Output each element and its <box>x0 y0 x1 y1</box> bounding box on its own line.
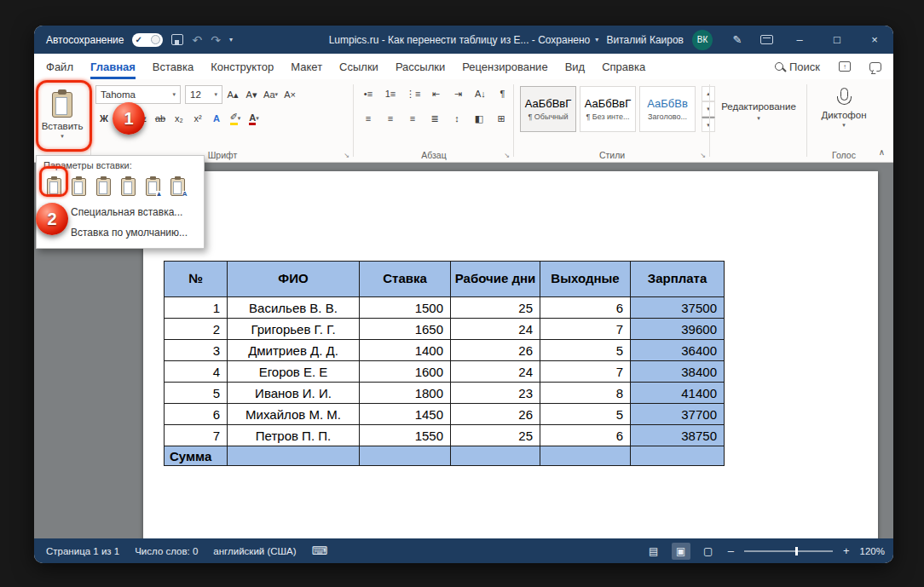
table-cell[interactable]: Петров П. П. <box>228 425 360 446</box>
table-cell[interactable]: Иванов И. И. <box>228 383 360 404</box>
table-cell[interactable]: Васильев В. В. <box>228 297 360 319</box>
page-indicator[interactable]: Страница 1 из 1 <box>46 546 119 556</box>
table-cell[interactable]: 6 <box>540 425 631 446</box>
zoom-level[interactable]: 120% <box>860 546 885 556</box>
minimize-button[interactable]: – <box>781 26 818 54</box>
table-cell[interactable]: 1550 <box>360 425 451 446</box>
table-cell[interactable]: 6 <box>165 404 228 425</box>
table-cell[interactable]: 38400 <box>631 361 725 383</box>
tab-design[interactable]: Конструктор <box>211 54 274 79</box>
header-cell[interactable]: Зарплата <box>631 262 725 297</box>
strikethrough-button[interactable]: ab <box>152 110 169 127</box>
tab-mailings[interactable]: Рассылки <box>396 54 445 79</box>
table-cell[interactable]: 24 <box>451 319 540 340</box>
font-size-combo[interactable]: 12 ▾ <box>185 85 222 104</box>
align-center-icon[interactable]: ≡ <box>382 110 399 127</box>
pen-icon[interactable]: ✎ <box>723 26 752 54</box>
table-cell[interactable]: 6 <box>540 297 631 319</box>
collapse-ribbon-icon[interactable]: ∧ <box>879 147 885 157</box>
table-cell[interactable]: 7 <box>165 425 228 446</box>
paragraph-dialog-launcher-icon[interactable]: ↘ <box>504 152 510 159</box>
grow-font-button[interactable]: А▴ <box>224 86 241 103</box>
table-cell[interactable] <box>360 446 451 466</box>
paste-link-use-destination-icon[interactable] <box>117 175 139 199</box>
highlight-button[interactable]: ✐▾ <box>227 110 244 127</box>
share-icon[interactable]: ↑ <box>839 61 851 72</box>
tab-layout[interactable]: Макет <box>291 54 322 79</box>
zoom-slider-thumb[interactable] <box>795 547 798 555</box>
change-case-button[interactable]: Аа▾ <box>262 86 280 103</box>
table-cell[interactable]: 23 <box>451 383 540 404</box>
shading-icon[interactable]: ◧ <box>471 110 488 127</box>
table-cell[interactable]: 1500 <box>360 297 451 319</box>
tab-help[interactable]: Справка <box>602 54 645 79</box>
table-cell[interactable]: Михайлов М. М. <box>228 404 360 425</box>
ribbon-display-options-icon[interactable] <box>752 26 781 54</box>
table-cell[interactable]: 4 <box>165 361 228 383</box>
table-cell[interactable]: 1400 <box>360 340 451 361</box>
paste-picture-icon[interactable]: ▲ <box>141 175 164 199</box>
font-name-combo[interactable]: Tahoma ▾ <box>95 85 181 104</box>
table-cell[interactable] <box>228 446 360 466</box>
table-cell[interactable] <box>451 446 540 466</box>
text-effects-button[interactable]: А <box>208 110 225 127</box>
align-left-icon[interactable]: ≡ <box>360 110 377 127</box>
table-cell[interactable]: Егоров Е. Е <box>228 361 360 383</box>
style-heading1[interactable]: АаБбВв Заголово... <box>639 86 696 132</box>
header-cell[interactable]: Выходные <box>540 262 631 297</box>
table-cell[interactable]: 25 <box>451 425 540 446</box>
zoom-slider[interactable] <box>744 550 833 552</box>
redo-icon[interactable]: ↷ <box>211 34 221 46</box>
maximize-button[interactable]: □ <box>818 26 856 54</box>
table-cell[interactable]: 7 <box>540 361 631 383</box>
bullets-icon[interactable]: •≡ <box>360 85 377 102</box>
table-cell[interactable]: 1600 <box>360 361 451 383</box>
styles-dialog-launcher-icon[interactable]: ↘ <box>700 152 706 159</box>
undo-icon[interactable]: ↶ <box>192 34 202 46</box>
avatar[interactable]: ВК <box>692 30 713 50</box>
document-page[interactable]: № ФИО Ставка Рабочие дни Выходные Зарпла… <box>143 171 878 538</box>
style-no-spacing[interactable]: АаБбВвГ ¶ Без инте... <box>580 86 636 132</box>
font-dialog-launcher-icon[interactable]: ↘ <box>344 152 349 159</box>
table-cell[interactable]: 26 <box>451 340 540 361</box>
table-cell[interactable]: 26 <box>451 404 540 425</box>
tab-home[interactable]: Главная <box>90 54 136 79</box>
table-cell[interactable]: 25 <box>451 297 540 319</box>
line-spacing-icon[interactable]: ↕ <box>448 110 465 127</box>
tab-references[interactable]: Ссылки <box>339 54 378 79</box>
table-cell[interactable]: 1800 <box>360 383 451 404</box>
table-cell[interactable] <box>631 446 725 466</box>
table-cell[interactable]: 7 <box>540 319 631 340</box>
table-cell[interactable]: 37700 <box>631 404 725 425</box>
bold-button[interactable]: Ж <box>95 110 113 127</box>
table-cell[interactable]: 8 <box>540 383 631 404</box>
read-mode-icon[interactable]: ▤ <box>644 543 663 560</box>
pilcrow-icon[interactable]: ¶ <box>494 85 511 102</box>
paste-link-keep-source-icon[interactable] <box>92 175 114 199</box>
print-layout-icon[interactable]: ▣ <box>672 543 690 560</box>
header-cell[interactable]: Рабочие дни <box>451 262 540 297</box>
table-cell[interactable]: 1450 <box>360 404 451 425</box>
comments-icon[interactable] <box>869 62 881 72</box>
align-right-icon[interactable]: ≡ <box>404 110 421 127</box>
table-cell[interactable]: 5 <box>540 404 631 425</box>
quick-access-caret-icon[interactable]: ▾ <box>229 36 233 43</box>
tab-review[interactable]: Рецензирование <box>462 54 547 79</box>
header-cell[interactable]: ФИО <box>228 262 360 297</box>
justify-icon[interactable]: ≣ <box>426 110 443 127</box>
tab-view[interactable]: Вид <box>565 54 586 79</box>
table-cell[interactable]: Дмитриев Д. Д. <box>228 340 360 361</box>
style-normal[interactable]: АаБбВвГ ¶ Обычный <box>520 86 576 132</box>
table-cell[interactable]: 5 <box>540 340 631 361</box>
font-color-button[interactable]: А▾ <box>245 110 263 127</box>
table-cell[interactable]: 5 <box>165 383 228 404</box>
subscript-button[interactable]: x₂ <box>170 110 188 127</box>
clear-formatting-button[interactable]: А× <box>281 86 298 103</box>
search-box[interactable]: Поиск <box>775 60 820 73</box>
table-cell[interactable]: 39600 <box>631 319 725 340</box>
decrease-indent-icon[interactable]: ⇤ <box>427 85 444 102</box>
web-layout-icon[interactable]: ▢ <box>699 543 718 560</box>
table-cell[interactable]: 38750 <box>631 425 725 446</box>
paste-text-only-icon[interactable]: A <box>166 175 188 199</box>
shrink-font-button[interactable]: А▾ <box>243 86 260 103</box>
